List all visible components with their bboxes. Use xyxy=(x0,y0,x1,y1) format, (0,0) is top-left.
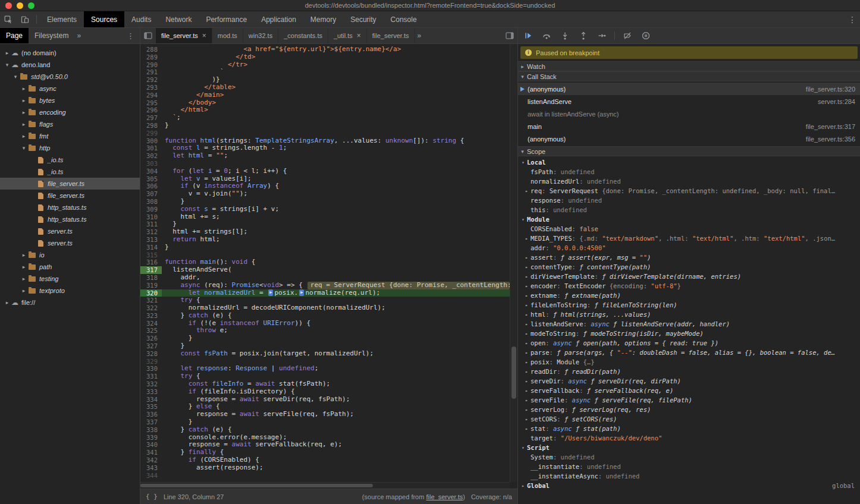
tree-item-_io.ts[interactable]: _io.ts xyxy=(0,166,140,178)
tree-item-file_server.ts[interactable]: file_server.ts xyxy=(0,190,140,201)
call-stack-frame[interactable]: (anonymous)file_server.ts:356 xyxy=(518,133,860,145)
scope-variable-html[interactable]: ▸html: ƒ html(strings, ...values) xyxy=(518,310,860,319)
tree-collapsed-icon[interactable]: ▸ xyxy=(20,288,27,294)
section-expanded-icon[interactable]: ▾ xyxy=(519,445,527,451)
tree-item-bytes[interactable]: ▸bytes xyxy=(0,94,140,106)
line-number-324[interactable]: 324 xyxy=(140,320,162,327)
scope-variable-servefallback[interactable]: ▸serveFallback: ƒ serveFallback(req, e) xyxy=(518,386,860,395)
call-stack-frame[interactable]: await in listenAndServe (async) xyxy=(518,108,860,120)
vertical-scrollbar-thumb[interactable] xyxy=(511,346,516,399)
call-stack-section-header[interactable]: ▾ Call Stack xyxy=(518,71,860,81)
line-number-323[interactable]: 323 xyxy=(140,312,162,320)
tree-item-file[interactable]: ▸☁file:// xyxy=(0,297,140,308)
line-number-311[interactable]: 311 xyxy=(140,220,162,228)
expand-variable-icon[interactable]: ▸ xyxy=(523,417,531,422)
tree-collapsed-icon[interactable]: ▸ xyxy=(20,97,27,103)
scope-variable-response[interactable]: response: undefined xyxy=(518,196,860,205)
scope-variable-contenttype[interactable]: ▸contentType: ƒ contentType(path) xyxy=(518,262,860,272)
tree-item-deno.land[interactable]: ▾☁deno.land xyxy=(0,59,140,71)
section-collapsed-icon[interactable]: ▸ xyxy=(519,483,527,489)
scope-variable-dirviewertemplate[interactable]: ▸dirViewerTemplate: ƒ dirViewerTemplate(… xyxy=(518,272,860,281)
tree-collapsed-icon[interactable]: ▸ xyxy=(20,121,27,127)
expand-variable-icon[interactable]: ▸ xyxy=(523,236,531,241)
tree-collapsed-icon[interactable]: ▸ xyxy=(4,300,11,305)
expand-variable-icon[interactable]: ▸ xyxy=(523,398,531,403)
section-expanded-icon[interactable]: ▾ xyxy=(519,217,527,222)
line-number-295[interactable]: 295 xyxy=(140,99,162,107)
line-number-339[interactable]: 339 xyxy=(140,434,162,442)
close-tab-icon[interactable]: × xyxy=(357,32,361,40)
line-number-330[interactable]: 330 xyxy=(140,365,162,373)
tree-item-encoding[interactable]: ▸encoding xyxy=(0,106,140,118)
device-toolbar-icon[interactable] xyxy=(17,11,33,27)
tree-item-testing[interactable]: ▸testing xyxy=(0,273,140,285)
editor-horizontal-scrollbar[interactable] xyxy=(140,482,510,489)
tree-item-server.ts[interactable]: server.ts xyxy=(0,237,140,249)
tree-collapsed-icon[interactable]: ▸ xyxy=(20,264,27,270)
line-number-325[interactable]: 325 xyxy=(140,327,162,335)
scope-section-header[interactable]: ▾ Scope xyxy=(518,146,860,156)
line-number-335[interactable]: 335 xyxy=(140,403,162,411)
pretty-print-icon[interactable]: { } xyxy=(146,493,158,500)
line-number-307[interactable]: 307 xyxy=(140,190,162,198)
line-number-334[interactable]: 334 xyxy=(140,396,162,404)
line-number-303[interactable]: 303 xyxy=(140,160,162,168)
line-number-344[interactable]: 344 xyxy=(140,472,162,480)
line-number-316[interactable]: 316 xyxy=(140,259,162,266)
line-number-333[interactable]: 333 xyxy=(140,388,162,396)
code-line-298[interactable]: 298} xyxy=(140,122,510,130)
line-number-331[interactable]: 331 xyxy=(140,373,162,380)
code-line-336[interactable]: 336 response = await serveFile(req, fsPa… xyxy=(140,411,510,418)
code-line-326[interactable]: 326 } xyxy=(140,335,510,342)
horizontal-scrollbar-thumb[interactable] xyxy=(140,484,373,487)
scope-variable-normalizedurl[interactable]: normalizedUrl: undefined xyxy=(518,177,860,186)
line-number-320[interactable]: 320 xyxy=(140,289,162,297)
line-number-298[interactable]: 298 xyxy=(140,122,162,130)
tree-item-nodomain[interactable]: ▸☁(no domain) xyxy=(0,47,140,59)
line-number-288[interactable]: 288 xyxy=(140,46,162,53)
code-line-302[interactable]: 302 let html = ""; xyxy=(140,152,510,160)
editor-vertical-scrollbar[interactable] xyxy=(510,44,517,482)
scope-section-local[interactable]: ▾Local xyxy=(518,158,860,167)
expand-variable-icon[interactable]: ▸ xyxy=(523,255,531,260)
inline-breakpoint-icon[interactable]: ▶ xyxy=(299,289,304,296)
scope-variable-this[interactable]: this: undefined xyxy=(518,205,860,215)
editor-tab-file_server.ts[interactable]: file_server.ts xyxy=(367,28,415,43)
line-number-342[interactable]: 342 xyxy=(140,456,162,464)
line-number-309[interactable]: 309 xyxy=(140,206,162,213)
scope-variable-media_types[interactable]: ▸MEDIA_TYPES: {.md: "text/markdown", .ht… xyxy=(518,234,860,243)
line-number-321[interactable]: 321 xyxy=(140,297,162,304)
expand-variable-icon[interactable]: ▸ xyxy=(523,322,531,327)
line-number-304[interactable]: 304 xyxy=(140,168,162,175)
code-line-344[interactable]: 344 xyxy=(140,472,510,480)
tree-item-http_status.ts[interactable]: http_status.ts xyxy=(0,213,140,225)
step-over-button[interactable] xyxy=(541,30,553,42)
tree-collapsed-icon[interactable]: ▸ xyxy=(20,252,27,258)
scope-variable-__instantiateasync[interactable]: __instantiateAsync: undefined xyxy=(518,471,860,481)
tree-item-http[interactable]: ▾http xyxy=(0,142,140,154)
tree-item-io[interactable]: ▸io xyxy=(0,249,140,261)
scope-variable-setcors[interactable]: ▸setCORS: ƒ setCORS(res) xyxy=(518,414,860,424)
editor-tab-_constants.ts[interactable]: _constants.ts xyxy=(278,28,328,43)
section-expanded-icon[interactable]: ▾ xyxy=(519,160,527,165)
minimize-window-button[interactable] xyxy=(17,2,23,9)
step-button[interactable] xyxy=(596,30,608,42)
scope-variable-parse[interactable]: ▸parse: ƒ parse(args, { "--": doubleDash… xyxy=(518,348,860,357)
expand-variable-icon[interactable]: ▸ xyxy=(523,293,531,298)
scope-variable-posix[interactable]: ▸posix: Module {…} xyxy=(518,357,860,367)
resume-button[interactable] xyxy=(522,30,534,42)
pause-on-exceptions-button[interactable] xyxy=(640,30,652,42)
source-map-link[interactable]: file_server.ts xyxy=(426,493,463,500)
line-number-296[interactable]: 296 xyxy=(140,106,162,114)
line-number-313[interactable]: 313 xyxy=(140,236,162,244)
code-line-325[interactable]: 325 throw e; xyxy=(140,327,510,335)
code-line-314[interactable]: 314} xyxy=(140,244,510,251)
line-number-340[interactable]: 340 xyxy=(140,441,162,449)
tree-expanded-icon[interactable]: ▾ xyxy=(12,74,19,80)
navigator-menu-icon[interactable]: ⋮ xyxy=(121,28,140,43)
tree-item-_io.ts[interactable]: _io.ts xyxy=(0,154,140,166)
main-tab-network[interactable]: Network xyxy=(158,11,199,27)
line-number-299[interactable]: 299 xyxy=(140,130,162,137)
editor-tab-_util.ts[interactable]: _util.ts× xyxy=(328,28,367,43)
call-stack-frame[interactable]: mainfile_server.ts:317 xyxy=(518,120,860,133)
